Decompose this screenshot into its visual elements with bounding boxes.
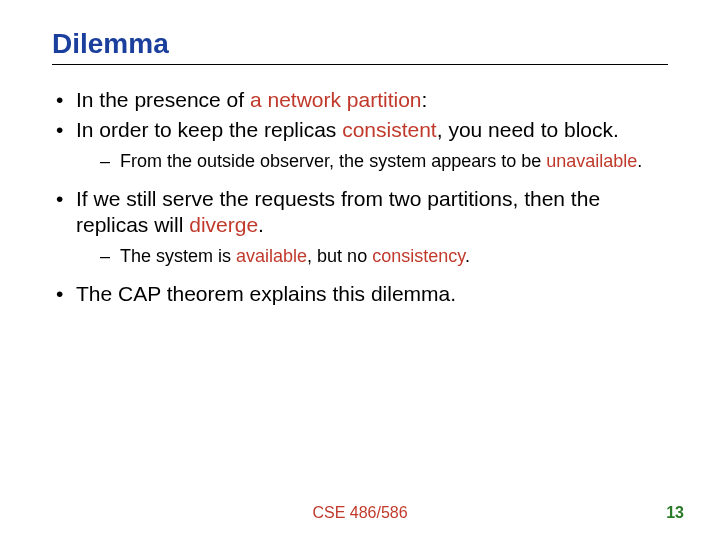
text: The system is — [120, 246, 236, 266]
highlight: consistent — [342, 118, 437, 141]
text: From the outside observer, the system ap… — [120, 151, 546, 171]
slide-title: Dilemma — [52, 28, 668, 60]
bullet-4: The CAP theorem explains this dilemma. — [52, 281, 668, 307]
bullet-3: If we still serve the requests from two … — [52, 186, 668, 267]
title-underline — [52, 64, 668, 65]
highlight: available — [236, 246, 307, 266]
text: The CAP theorem explains this dilemma. — [76, 282, 456, 305]
text: If we still serve the requests from two … — [76, 187, 600, 236]
sub-list: From the outside observer, the system ap… — [76, 150, 668, 173]
text: . — [637, 151, 642, 171]
text: In order to keep the replicas — [76, 118, 342, 141]
slide: Dilemma In the presence of a network par… — [0, 0, 720, 540]
page-number: 13 — [666, 504, 684, 522]
sub-bullet: From the outside observer, the system ap… — [100, 150, 668, 173]
text: . — [465, 246, 470, 266]
text: , you need to block. — [437, 118, 619, 141]
bullet-2: In order to keep the replicas consistent… — [52, 117, 668, 172]
highlight: diverge — [189, 213, 258, 236]
sub-list: The system is available, but no consiste… — [76, 245, 668, 268]
highlight: unavailable — [546, 151, 637, 171]
text: : — [422, 88, 428, 111]
highlight: a network partition — [250, 88, 422, 111]
text: In the presence of — [76, 88, 250, 111]
footer-course: CSE 486/586 — [0, 504, 720, 522]
text: . — [258, 213, 264, 236]
bullet-1: In the presence of a network partition: — [52, 87, 668, 113]
sub-bullet: The system is available, but no consiste… — [100, 245, 668, 268]
text: , but no — [307, 246, 372, 266]
bullet-list: In the presence of a network partition: … — [52, 87, 668, 307]
highlight: consistency — [372, 246, 465, 266]
